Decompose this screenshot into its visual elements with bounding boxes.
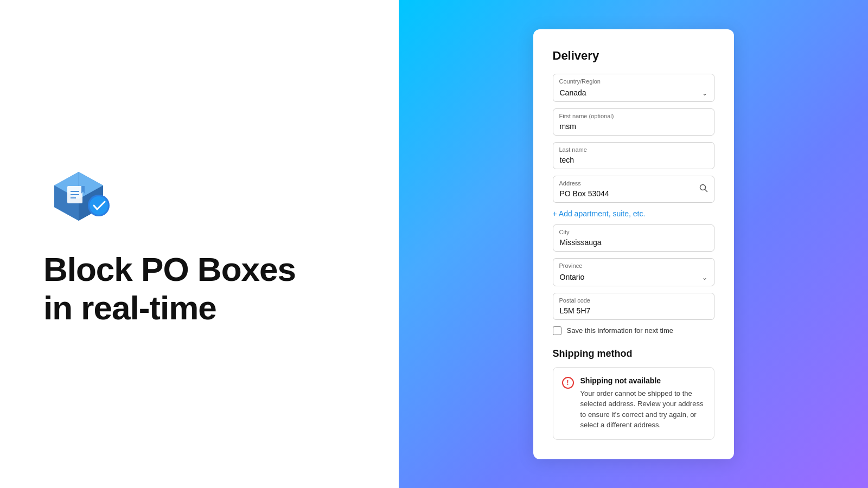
country-field: Country/Region Canada ⌄ [553,74,714,102]
address-field: Address [553,176,714,203]
country-value: Canada [560,88,586,97]
save-info-label: Save this information for next time [567,326,674,335]
headline: Block PO Boxes in real-time [43,250,355,328]
province-value: Ontario [560,273,585,281]
shipping-section-title: Shipping method [553,348,714,359]
shipping-error-content: Shipping not available Your order cannot… [580,376,705,431]
logo-area [43,161,355,228]
delivery-section-title: Delivery [553,49,714,63]
save-info-checkbox[interactable] [553,326,561,335]
svg-point-11 [90,196,108,215]
last-name-input[interactable] [553,142,714,169]
shipping-error-title: Shipping not available [580,376,705,385]
address-input[interactable] [553,176,714,203]
search-icon[interactable] [699,184,708,195]
city-input[interactable] [553,224,714,252]
province-select[interactable]: Ontario ⌄ [553,258,714,286]
save-info-row: Save this information for next time [553,326,714,335]
first-name-input[interactable] [553,108,714,136]
province-field: Province Ontario ⌄ [553,258,714,286]
shipping-error-box: ! Shipping not available Your order cann… [553,367,714,440]
svg-line-13 [705,189,707,191]
add-apartment-link[interactable]: + Add apartment, suite, etc. [553,209,714,218]
postal-code-field: Postal code [553,293,714,320]
postal-input[interactable] [553,293,714,320]
city-field: City [553,224,714,252]
error-icon: ! [562,377,574,389]
product-logo-icon [43,161,114,226]
form-card: Delivery Country/Region Canada ⌄ First n… [533,29,734,459]
first-name-field: First name (optional) [553,108,714,136]
shipping-error-description: Your order cannot be shipped to the sele… [580,388,705,431]
chevron-down-icon: ⌄ [702,274,707,281]
country-select[interactable]: Canada ⌄ [553,74,714,102]
right-panel: Delivery Country/Region Canada ⌄ First n… [399,0,868,488]
last-name-field: Last name [553,142,714,169]
left-panel: Block PO Boxes in real-time [0,0,399,488]
chevron-down-icon: ⌄ [702,89,707,97]
